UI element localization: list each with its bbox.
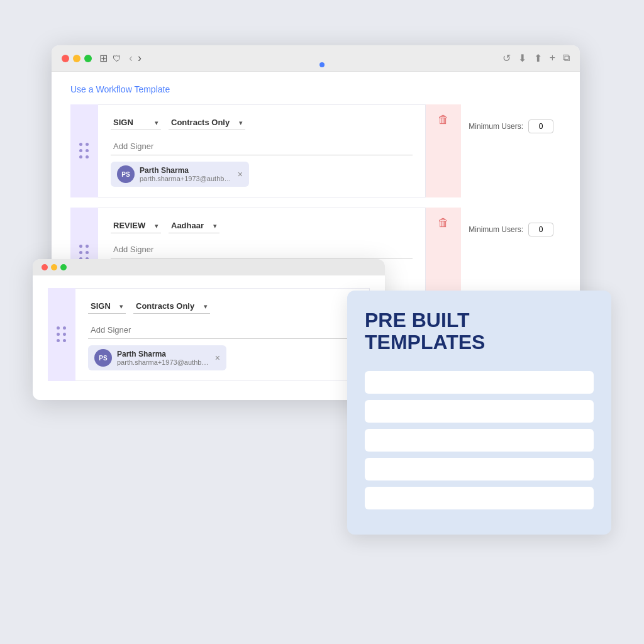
shield-icon: 🛡 [113,53,121,64]
new-tab-icon[interactable]: + [550,52,555,64]
template-item-5[interactable] [365,487,594,509]
windows-icon[interactable]: ⧉ [563,52,570,64]
add-signer-input-1[interactable] [111,138,413,155]
traffic-lights [62,55,92,62]
nav-forward-icon[interactable]: › [138,52,142,65]
signer-name-1: Parth Sharma [140,166,233,175]
row-selects-1: SIGN REVIEW Contracts Only [111,115,413,130]
float-minimize[interactable] [51,264,57,270]
floating-chip-close[interactable]: × [215,353,220,363]
filter-select-wrapper-2: Aadhaar [169,218,219,233]
share-icon[interactable]: ⬆ [534,52,542,64]
template-item-1[interactable] [365,371,594,394]
min-users-label-2: Minimum Users: [469,225,523,234]
close-button[interactable] [62,55,69,62]
floating-row-handle[interactable] [48,288,75,381]
filter-select-2[interactable]: Aadhaar [169,218,219,233]
maximize-button[interactable] [84,55,92,62]
floating-action-wrapper: SIGN [88,299,126,314]
row-selects-2: REVIEW SIGN Aadhaar [111,218,413,233]
row-handle-1[interactable] [70,104,98,197]
browser-nav: ⊞ 🛡 [99,52,121,64]
delete-icon-2[interactable]: 🗑 [438,216,449,230]
filter-select-1[interactable]: Contracts Only [169,115,245,130]
floating-row-selects: SIGN Contracts Only [88,299,357,314]
minimize-button[interactable] [73,55,80,62]
avatar-1: PS [117,165,135,183]
templates-heading-line2: TEMPLATES [365,331,594,353]
min-users-input-2[interactable] [528,223,553,236]
templates-panel: PRE BUILT TEMPLATES [347,291,611,535]
browser-toolbar: ⊞ 🛡 ‹ › ↺ ⬇ ⬆ + ⧉ [52,45,580,72]
nav-arrows: ‹ › [129,52,142,65]
floating-filter-select[interactable]: Contracts Only [133,299,210,314]
floating-row-body: SIGN Contracts Only PS Parth [75,288,370,381]
floating-content: SIGN Contracts Only PS Parth [33,275,385,400]
workflow-row-1: SIGN REVIEW Contracts Only PS [70,104,561,197]
floating-signer-email: parth.sharma+1973@authbrid... [117,358,210,366]
action-select-1[interactable]: SIGN REVIEW [111,115,161,130]
templates-heading: PRE BUILT TEMPLATES [365,309,594,353]
download-icon[interactable]: ⬇ [518,52,526,64]
floating-toolbar [33,259,385,275]
reload-icon[interactable]: ↺ [502,52,511,64]
floating-drag-handle [57,326,67,343]
floating-avatar: PS [94,349,112,367]
floating-signer-name: Parth Sharma [117,350,210,358]
action-select-2[interactable]: REVIEW SIGN [111,218,161,233]
floating-workflow-row: SIGN Contracts Only PS Parth [48,288,370,381]
floating-signer-info: Parth Sharma parth.sharma+1973@authbrid.… [117,350,210,366]
delete-icon-1[interactable]: 🗑 [438,113,449,126]
min-users-2: Minimum Users: [469,216,553,236]
action-select-wrapper-2: REVIEW SIGN [111,218,161,233]
min-users-1: Minimum Users: [469,113,553,133]
template-item-3[interactable] [365,429,594,452]
signer-chip-1: PS Parth Sharma parth.sharma+1973@authbr… [111,162,249,187]
row-min-users-1: Minimum Users: [461,104,561,197]
templates-heading-line1: PRE BUILT [365,309,594,331]
float-close[interactable] [42,264,48,270]
min-users-label-1: Minimum Users: [469,122,523,131]
floating-filter-wrapper: Contracts Only [133,299,210,314]
sidebar-toggle-icon[interactable]: ⊞ [99,52,108,64]
floating-signer-chip: PS Parth Sharma parth.sharma+1973@authbr… [88,345,226,370]
signer-info-1: Parth Sharma parth.sharma+1973@authbrid.… [140,166,233,182]
action-select-wrapper-1: SIGN REVIEW [111,115,161,130]
row-body-1: SIGN REVIEW Contracts Only PS [98,104,426,197]
chip-close-1[interactable]: × [238,169,243,179]
nav-back-icon[interactable]: ‹ [129,52,133,65]
drag-handle-icon [79,143,89,159]
min-users-input-1[interactable] [528,119,553,133]
use-template-link[interactable]: Use a Workflow Template [70,84,561,94]
row-min-users-2: Minimum Users: [461,208,561,298]
add-signer-input-2[interactable] [111,241,413,258]
scene: ⊞ 🛡 ‹ › ↺ ⬇ ⬆ + ⧉ Use a Workflow Templat… [33,45,611,599]
row-delete-2: 🗑 [426,208,461,298]
loading-indicator [319,62,325,67]
signer-email-1: parth.sharma+1973@authbrid... [140,175,233,182]
floating-action-select[interactable]: SIGN [88,299,126,314]
template-item-4[interactable] [365,458,594,480]
row-delete-1: 🗑 [426,104,461,197]
browser-actions: ↺ ⬇ ⬆ + ⧉ [502,52,570,64]
float-maximize[interactable] [60,264,67,270]
template-item-2[interactable] [365,400,594,423]
floating-add-signer[interactable] [88,321,357,339]
filter-select-wrapper-1: Contracts Only [169,115,245,130]
floating-browser-window: SIGN Contracts Only PS Parth [33,259,385,400]
